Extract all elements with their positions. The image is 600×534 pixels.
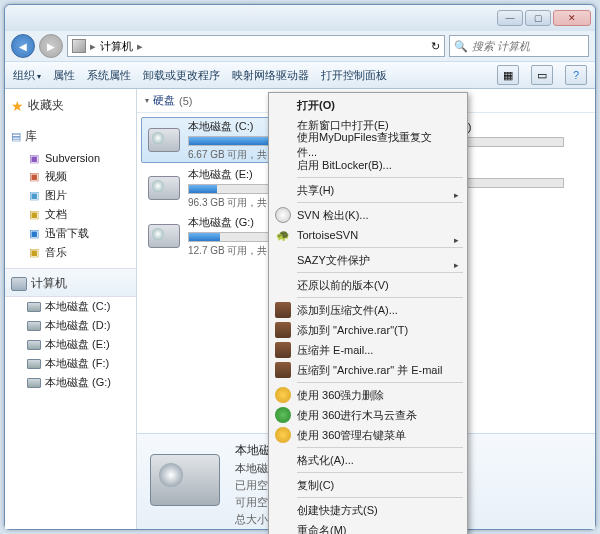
drive-label: 本地磁盘 (G:) — [45, 375, 111, 390]
favorites-label: 收藏夹 — [28, 97, 64, 114]
cm-create-shortcut[interactable]: 创建快捷方式(S) — [271, 500, 465, 520]
favorites-section[interactable]: ★ 收藏夹 — [5, 93, 136, 118]
star-icon: ★ — [11, 98, 24, 114]
sidebar-drive-item[interactable]: 本地磁盘 (G:) — [5, 373, 136, 392]
organize-menu[interactable]: 组织 — [13, 68, 41, 83]
drive-label: 本地磁盘 (D:) — [45, 318, 110, 333]
sidebar-library-item[interactable]: ▣音乐 — [5, 243, 136, 262]
cm-rar-email[interactable]: 压缩到 "Archive.rar" 并 E-mail — [271, 360, 465, 380]
cm-rename[interactable]: 重命名(M) — [271, 520, 465, 534]
command-bar: 组织 属性 系统属性 卸载或更改程序 映射网络驱动器 打开控制面板 ▦ ▭ ? — [5, 61, 595, 89]
nav-bar: ◀ ▶ ▸ 计算机 ▸ ↻ 🔍 — [5, 31, 595, 61]
cm-sep — [297, 472, 463, 473]
uninstall-button[interactable]: 卸载或更改程序 — [143, 68, 220, 83]
tortoise-icon: 🐢 — [275, 227, 291, 243]
cm-sep — [297, 177, 463, 178]
control-panel-button[interactable]: 打开控制面板 — [321, 68, 387, 83]
forward-button[interactable]: ▶ — [39, 34, 63, 58]
hdd-icon — [146, 170, 182, 206]
refresh-icon[interactable]: ↻ — [431, 40, 440, 53]
drive-label: 本地磁盘 (E:) — [45, 337, 110, 352]
cm-sep — [297, 382, 463, 383]
cm-360-scan[interactable]: 使用 360进行木马云查杀 — [271, 405, 465, 425]
360-icon — [275, 427, 291, 443]
hdd-icon — [146, 122, 182, 158]
help-button[interactable]: ? — [565, 65, 587, 85]
sidebar-library-item[interactable]: ▣迅雷下载 — [5, 224, 136, 243]
cm-svn-checkout[interactable]: SVN 检出(K)... — [271, 205, 465, 225]
cm-sazy[interactable]: SAZY文件保护 — [271, 250, 465, 270]
cm-bitlocker[interactable]: 启用 BitLocker(B)... — [271, 155, 465, 175]
preview-button[interactable]: ▭ — [531, 65, 553, 85]
nav-pane: ★ 收藏夹 ▤ 库 ▣Subversion▣视频▣图片▣文档▣迅雷下载▣音乐 计… — [5, 89, 137, 529]
system-properties-button[interactable]: 系统属性 — [87, 68, 131, 83]
cm-sep — [297, 247, 463, 248]
library-item-icon: ▣ — [27, 151, 41, 165]
cm-sep — [297, 202, 463, 203]
cm-tortoisesvn[interactable]: 🐢TortoiseSVN — [271, 225, 465, 245]
computer-label: 计算机 — [31, 275, 67, 292]
cm-360-delete[interactable]: 使用 360强力删除 — [271, 385, 465, 405]
sidebar-library-item[interactable]: ▣文档 — [5, 205, 136, 224]
properties-button[interactable]: 属性 — [53, 68, 75, 83]
sidebar-drive-item[interactable]: 本地磁盘 (C:) — [5, 297, 136, 316]
drive-label: 本地磁盘 (C:) — [45, 299, 110, 314]
search-input[interactable] — [472, 40, 584, 52]
drive-icon — [27, 302, 41, 312]
drive-icon — [27, 321, 41, 331]
cm-add-rar[interactable]: 添加到 "Archive.rar"(T) — [271, 320, 465, 340]
cm-open[interactable]: 打开(O) — [271, 95, 465, 115]
library-item-icon: ▣ — [27, 208, 41, 222]
hdd-icon — [146, 218, 182, 254]
cm-compress-email[interactable]: 压缩并 E-mail... — [271, 340, 465, 360]
drive-icon — [27, 378, 41, 388]
cm-360-menu[interactable]: 使用 360管理右键菜单 — [271, 425, 465, 445]
cm-copy[interactable]: 复制(C) — [271, 475, 465, 495]
sidebar-library-item[interactable]: ▣图片 — [5, 186, 136, 205]
close-button[interactable]: ✕ — [553, 10, 591, 26]
library-item-label: 图片 — [45, 188, 67, 203]
sidebar-drive-item[interactable]: 本地磁盘 (E:) — [5, 335, 136, 354]
cm-mydupfiles[interactable]: 使用MyDupFiles查找重复文件... — [271, 135, 465, 155]
sidebar-drive-item[interactable]: 本地磁盘 (F:) — [5, 354, 136, 373]
cm-format[interactable]: 格式化(A)... — [271, 450, 465, 470]
search-box[interactable]: 🔍 — [449, 35, 589, 57]
libraries-section[interactable]: ▤ 库 — [5, 124, 136, 149]
map-drive-button[interactable]: 映射网络驱动器 — [232, 68, 309, 83]
cm-restore-previous[interactable]: 还原以前的版本(V) — [271, 275, 465, 295]
library-item-icon: ▣ — [27, 227, 41, 241]
svn-icon — [275, 207, 291, 223]
view-button[interactable]: ▦ — [497, 65, 519, 85]
cm-sep — [297, 447, 463, 448]
cm-sep — [297, 297, 463, 298]
library-item-label: 视频 — [45, 169, 67, 184]
computer-section[interactable]: 计算机 — [5, 268, 136, 297]
breadcrumb-sep2: ▸ — [137, 40, 143, 53]
360-icon — [275, 387, 291, 403]
search-icon: 🔍 — [454, 40, 468, 53]
rar-icon — [275, 322, 291, 338]
cm-sep — [297, 497, 463, 498]
context-menu: 打开(O) 在新窗口中打开(E) 使用MyDupFiles查找重复文件... 启… — [268, 92, 468, 534]
drive-icon — [27, 359, 41, 369]
computer-icon — [72, 39, 86, 53]
library-item-label: 迅雷下载 — [45, 226, 89, 241]
back-button[interactable]: ◀ — [11, 34, 35, 58]
breadcrumb-computer[interactable]: 计算机 — [100, 39, 133, 54]
rar-icon — [275, 302, 291, 318]
library-icon: ▤ — [11, 130, 21, 143]
cm-add-archive[interactable]: 添加到压缩文件(A)... — [271, 300, 465, 320]
cm-sep — [297, 272, 463, 273]
sidebar-drive-item[interactable]: 本地磁盘 (D:) — [5, 316, 136, 335]
sidebar-library-item[interactable]: ▣Subversion — [5, 149, 136, 167]
rar-icon — [275, 362, 291, 378]
maximize-button[interactable]: ▢ — [525, 10, 551, 26]
address-bar[interactable]: ▸ 计算机 ▸ ↻ — [67, 35, 445, 57]
drive-icon — [27, 340, 41, 350]
sidebar-library-item[interactable]: ▣视频 — [5, 167, 136, 186]
cm-share[interactable]: 共享(H) — [271, 180, 465, 200]
libraries-label: 库 — [25, 128, 37, 145]
library-item-label: 文档 — [45, 207, 67, 222]
minimize-button[interactable]: — — [497, 10, 523, 26]
library-item-label: Subversion — [45, 152, 100, 164]
